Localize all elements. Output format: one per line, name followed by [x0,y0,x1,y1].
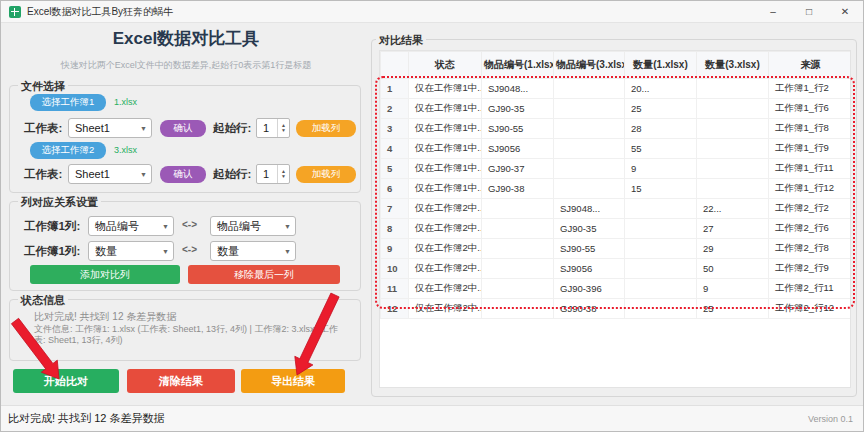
table-cell[interactable]: GJ90-38 [554,299,625,319]
table-cell[interactable]: 55 [625,139,697,159]
table-cell[interactable] [625,239,697,259]
table-cell[interactable]: 仅在工作簿2中... [409,259,482,279]
table-cell[interactable]: 15 [625,179,697,199]
table-cell[interactable]: 工作簿1_行9 [769,139,852,159]
table-cell[interactable]: 22... [697,199,769,219]
row-number-cell[interactable]: 3 [381,119,409,139]
table-cell[interactable] [697,139,769,159]
table-cell[interactable]: SJ9048... [554,199,625,219]
confirm-sheet-1-button[interactable]: 确认 [160,120,206,137]
table-cell[interactable]: 25 [697,299,769,319]
results-col-header[interactable]: 来源 [769,52,852,79]
table-cell[interactable]: 仅在工作簿1中... [409,99,482,119]
table-cell[interactable]: 仅在工作簿2中... [409,199,482,219]
table-cell[interactable] [482,259,554,279]
row-number-cell[interactable]: 1 [381,79,409,99]
table-cell[interactable]: 工作簿1_行2 [769,79,852,99]
table-cell[interactable] [482,279,554,299]
table-row[interactable]: 4仅在工作簿1中...SJ905655工作簿1_行9 [381,139,852,159]
table-cell[interactable]: 工作簿1_行12 [769,179,852,199]
table-cell[interactable]: 29 [697,239,769,259]
table-row[interactable]: 6仅在工作簿1中...GJ90-3815工作簿1_行12 [381,179,852,199]
results-col-header[interactable]: 数量(3.xlsx) [697,52,769,79]
table-cell[interactable]: 50 [697,259,769,279]
pick-workbook2-button[interactable]: 选择工作簿2 [30,142,106,159]
results-col-header[interactable]: 状态 [409,52,482,79]
table-cell[interactable]: 28 [625,119,697,139]
table-cell[interactable]: 仅在工作簿1中... [409,159,482,179]
table-cell[interactable]: 仅在工作簿1中... [409,179,482,199]
row-number-cell[interactable]: 10 [381,259,409,279]
table-row[interactable]: 7仅在工作簿2中...SJ9048...22...工作簿2_行2 [381,199,852,219]
table-cell[interactable] [482,239,554,259]
close-button[interactable]: ✕ [827,1,863,22]
table-cell[interactable]: 工作簿2_行2 [769,199,852,219]
table-cell[interactable] [625,279,697,299]
map-row2-left-select[interactable]: 数量 ▼ [88,241,174,261]
table-row[interactable]: 1仅在工作簿1中...SJ9048...20...工作簿1_行2 [381,79,852,99]
table-cell[interactable] [554,159,625,179]
table-cell[interactable] [697,179,769,199]
table-cell[interactable]: 仅在工作簿2中... [409,279,482,299]
table-cell[interactable]: GJ90-396 [554,279,625,299]
remove-last-column-button[interactable]: 移除最后一列 [188,265,340,284]
table-cell[interactable]: 工作簿2_行9 [769,259,852,279]
table-cell[interactable]: GJ90-38 [482,179,554,199]
results-col-header[interactable]: 数量(1.xlsx) [625,52,697,79]
table-cell[interactable] [625,259,697,279]
minimize-button[interactable]: – [755,1,791,22]
results-col-header[interactable]: 物品编号(3.xlsx) [554,52,625,79]
sheet-select-1[interactable]: Sheet1 ▼ [68,118,152,138]
row-number-cell[interactable]: 7 [381,199,409,219]
table-cell[interactable]: 仅在工作簿1中... [409,119,482,139]
table-cell[interactable]: 工作簿2_行11 [769,279,852,299]
sheet-select-2[interactable]: Sheet1 ▼ [68,164,152,184]
export-results-button[interactable]: 导出结果 [241,369,345,393]
table-cell[interactable]: 仅在工作簿2中... [409,299,482,319]
table-row[interactable]: 12仅在工作簿2中...GJ90-3825工作簿2_行12 [381,299,852,319]
table-cell[interactable]: 仅在工作簿1中... [409,139,482,159]
table-cell[interactable] [697,119,769,139]
load-columns-1-button[interactable]: 加载列 [296,120,356,137]
results-col-header[interactable]: 物品编号(1.xlsx) [482,52,554,79]
table-cell[interactable]: SJ9056 [482,139,554,159]
row-number-cell[interactable]: 2 [381,99,409,119]
map-row2-right-select[interactable]: 数量 ▼ [210,241,296,261]
table-row[interactable]: 2仅在工作簿1中...GJ90-3525工作簿1_行6 [381,99,852,119]
table-cell[interactable]: 仅在工作簿2中... [409,239,482,259]
table-cell[interactable]: SJ9048... [482,79,554,99]
clear-results-button[interactable]: 清除结果 [127,369,235,393]
table-cell[interactable] [554,179,625,199]
pick-workbook1-button[interactable]: 选择工作簿1 [30,94,106,111]
table-cell[interactable] [554,119,625,139]
row-number-cell[interactable]: 5 [381,159,409,179]
table-cell[interactable] [625,199,697,219]
table-cell[interactable]: 9 [697,279,769,299]
table-cell[interactable]: 27 [697,219,769,239]
table-cell[interactable] [697,99,769,119]
table-cell[interactable]: SJ9056 [554,259,625,279]
table-cell[interactable]: SJ90-55 [554,239,625,259]
table-cell[interactable]: GJ90-37 [482,159,554,179]
table-cell[interactable]: 工作簿1_行8 [769,119,852,139]
maximize-button[interactable]: □ [791,1,827,22]
table-cell[interactable] [554,79,625,99]
table-cell[interactable] [482,199,554,219]
confirm-sheet-2-button[interactable]: 确认 [160,166,206,183]
table-cell[interactable]: 9 [625,159,697,179]
table-cell[interactable]: 工作簿2_行12 [769,299,852,319]
table-cell[interactable]: 25 [625,99,697,119]
table-cell[interactable] [554,99,625,119]
row-number-cell[interactable]: 6 [381,179,409,199]
table-cell[interactable] [697,159,769,179]
add-compare-column-button[interactable]: 添加对比列 [30,265,180,284]
table-cell[interactable]: GJ90-35 [482,99,554,119]
table-cell[interactable]: 工作簿1_行11 [769,159,852,179]
table-cell[interactable]: 工作簿2_行6 [769,219,852,239]
table-cell[interactable]: 20... [625,79,697,99]
results-col-header[interactable] [381,52,409,79]
table-cell[interactable]: 工作簿1_行6 [769,99,852,119]
start-compare-button[interactable]: 开始比对 [13,369,119,393]
row-number-cell[interactable]: 9 [381,239,409,259]
row-number-cell[interactable]: 12 [381,299,409,319]
